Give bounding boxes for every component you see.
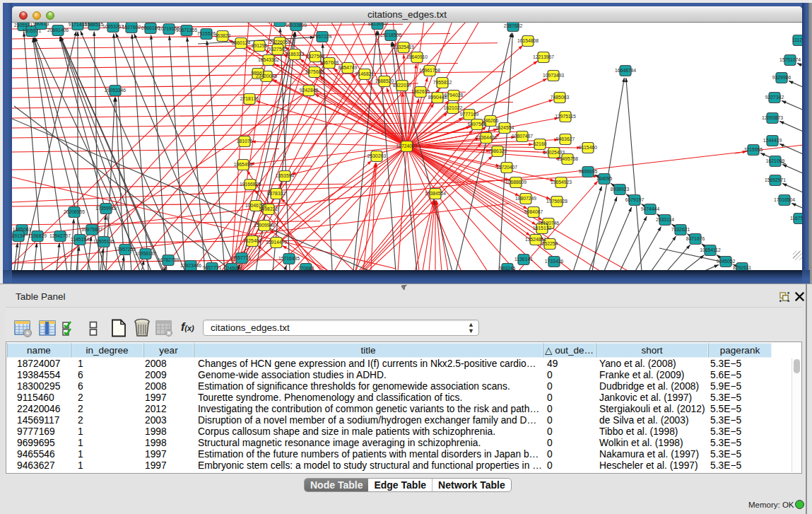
svg-text:1965498: 1965498 (234, 162, 253, 167)
svg-text:19166825: 19166825 (240, 182, 261, 187)
svg-text:15716485: 15716485 (278, 256, 300, 261)
svg-text:1167533: 1167533 (790, 216, 802, 221)
svg-text:9463627: 9463627 (556, 136, 575, 141)
svg-text:12923446: 12923446 (180, 263, 201, 268)
svg-text:10807487: 10807487 (512, 134, 533, 139)
svg-text:19756928: 19756928 (546, 199, 567, 204)
svg-text:746266: 746266 (483, 118, 499, 123)
svg-text:9327505: 9327505 (269, 47, 288, 52)
svg-text:181076: 181076 (237, 139, 253, 144)
svg-text:15720407: 15720407 (496, 165, 517, 170)
svg-text:8938923: 8938923 (611, 187, 630, 192)
svg-text:2387682: 2387682 (504, 23, 523, 28)
svg-text:15495758: 15495758 (557, 156, 578, 161)
svg-text:1136141: 1136141 (514, 257, 533, 262)
svg-text:7955812: 7955812 (433, 80, 452, 85)
svg-text:824501: 824501 (224, 266, 240, 270)
svg-text:10654112: 10654112 (700, 247, 721, 252)
svg-text:9327508: 9327508 (306, 54, 325, 59)
svg-text:8813054: 8813054 (368, 23, 387, 26)
svg-text:15909948: 15909948 (254, 223, 275, 228)
svg-text:7957224: 7957224 (313, 34, 332, 39)
svg-text:8454749: 8454749 (339, 65, 358, 70)
svg-text:12093873: 12093873 (762, 115, 783, 120)
svg-text:15692971: 15692971 (765, 177, 786, 182)
svg-text:3875685: 3875685 (305, 69, 324, 74)
svg-text:7485063: 7485063 (551, 95, 570, 100)
svg-text:11123: 11123 (792, 37, 802, 42)
svg-text:9329966: 9329966 (772, 75, 792, 80)
svg-text:17016504: 17016504 (774, 197, 795, 202)
svg-text:1733426: 1733426 (545, 259, 564, 264)
svg-text:12213967: 12213967 (533, 54, 554, 59)
svg-text:9699695: 9699695 (579, 169, 598, 174)
svg-text:8322037: 8322037 (393, 83, 412, 88)
svg-text:62160: 62160 (534, 141, 547, 146)
svg-text:10653267: 10653267 (102, 24, 124, 29)
svg-text:19654923: 19654923 (551, 180, 572, 185)
svg-text:17957255: 17957255 (114, 247, 136, 252)
svg-text:1615132: 1615132 (533, 226, 552, 230)
svg-text:16154808: 16154808 (517, 38, 539, 43)
svg-text:16648784: 16648784 (615, 68, 636, 73)
svg-text:12505135: 12505135 (93, 239, 114, 244)
svg-text:1621022: 1621022 (444, 105, 463, 110)
svg-text:10688609: 10688609 (505, 180, 526, 185)
svg-text:10671355: 10671355 (176, 28, 197, 33)
svg-text:8588515: 8588515 (85, 23, 104, 27)
svg-text:9245052: 9245052 (717, 259, 736, 264)
svg-text:1145194: 1145194 (71, 237, 89, 242)
svg-text:5498222: 5498222 (259, 206, 278, 211)
svg-text:20206555: 20206555 (64, 209, 85, 214)
svg-text:19218506: 19218506 (380, 33, 401, 37)
svg-text:19384554: 19384554 (425, 191, 446, 196)
svg-text:18640910: 18640910 (406, 54, 428, 59)
svg-text:2933114: 2933114 (656, 217, 674, 222)
svg-text:9657771: 9657771 (233, 255, 252, 260)
svg-text:1362615: 1362615 (411, 89, 430, 94)
svg-text:6966160: 6966160 (141, 25, 160, 30)
svg-text:7632621: 7632621 (671, 227, 690, 232)
svg-text:12942757: 12942757 (49, 233, 71, 238)
svg-text:7986322: 7986322 (488, 148, 507, 153)
svg-text:39975887: 39975887 (81, 227, 102, 232)
svg-text:16961758: 16961758 (419, 68, 440, 73)
svg-text:10025433: 10025433 (543, 150, 565, 155)
svg-text:16543362: 16543362 (258, 57, 279, 62)
svg-text:2530203: 2530203 (367, 153, 387, 158)
svg-text:29053346: 29053346 (105, 88, 126, 93)
svg-text:3215955: 3215955 (744, 147, 763, 152)
svg-text:1485061: 1485061 (13, 227, 32, 232)
svg-text:990613: 990613 (33, 23, 49, 26)
svg-text:1244419: 1244419 (763, 138, 782, 143)
svg-text:39154: 39154 (12, 233, 25, 238)
svg-text:763822: 763822 (215, 33, 231, 38)
svg-text:16914479: 16914479 (266, 240, 287, 245)
svg-text:6879197: 6879197 (625, 197, 645, 202)
svg-text:12975115: 12975115 (555, 114, 576, 119)
svg-text:252254: 252254 (542, 241, 558, 246)
svg-text:770682: 770682 (298, 266, 314, 270)
svg-text:9657771: 9657771 (203, 265, 222, 270)
svg-text:8186323: 8186323 (286, 52, 305, 57)
svg-text:993245: 993245 (500, 266, 516, 270)
svg-text:16782759: 16782759 (158, 257, 179, 262)
svg-text:2867608: 2867608 (320, 60, 339, 65)
svg-text:15751074: 15751074 (779, 57, 801, 62)
svg-text:13325419: 13325419 (393, 45, 414, 49)
svg-text:9474444: 9474444 (641, 206, 660, 211)
svg-text:2305571: 2305571 (14, 23, 33, 28)
svg-text:16033809: 16033809 (286, 23, 307, 28)
svg-text:23226058: 23226058 (269, 40, 290, 45)
svg-text:17359918: 17359918 (95, 206, 117, 211)
svg-text:1353594: 1353594 (276, 173, 295, 178)
svg-text:18724007: 18724007 (396, 144, 417, 148)
svg-text:10973493: 10973493 (543, 73, 564, 78)
svg-text:8878332: 8878332 (267, 191, 286, 196)
svg-text:1156829: 1156829 (28, 233, 47, 238)
svg-text:9227342: 9227342 (765, 95, 784, 100)
svg-text:8292611: 8292611 (733, 265, 751, 270)
svg-text:9084067: 9084067 (524, 209, 543, 214)
svg-text:9115460: 9115460 (579, 145, 597, 150)
svg-text:1527602: 1527602 (122, 25, 141, 30)
